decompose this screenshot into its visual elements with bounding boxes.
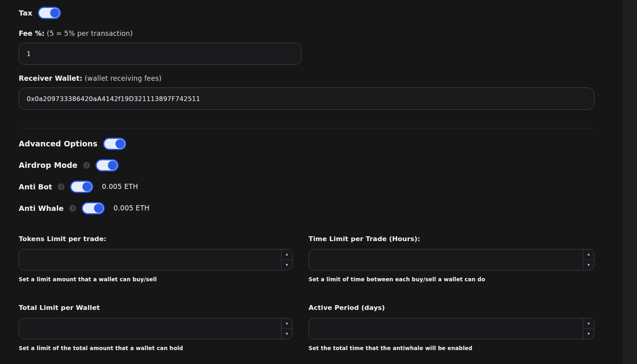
total-limit-input-wrap: ▲ ▼ xyxy=(19,318,293,339)
anti-whale-label: Anti Whale xyxy=(19,204,64,212)
tokens-limit-field: Tokens Limit per trade: ▲ ▼ Set a limit … xyxy=(19,235,293,282)
spin-down-icon[interactable]: ▼ xyxy=(281,329,292,339)
page-right-gutter xyxy=(622,0,637,364)
tokens-limit-label: Tokens Limit per trade: xyxy=(19,235,293,243)
anti-whale-info-icon[interactable]: i xyxy=(69,205,76,212)
total-limit-spinner: ▲ ▼ xyxy=(281,318,292,339)
spin-up-icon[interactable]: ▲ xyxy=(281,249,292,260)
anti-bot-amount: 0.005 ETH xyxy=(102,183,138,191)
fee-percent-input[interactable] xyxy=(19,43,301,65)
section-divider xyxy=(19,128,594,128)
tokens-limit-input[interactable] xyxy=(19,249,281,270)
active-period-input[interactable] xyxy=(309,318,583,339)
active-period-input-wrap: ▲ ▼ xyxy=(309,318,594,339)
total-limit-input[interactable] xyxy=(19,318,281,339)
time-limit-input-wrap: ▲ ▼ xyxy=(309,249,594,271)
anti-bot-row: Anti Bot i 0.005 ETH xyxy=(19,180,594,193)
time-limit-field: Time Limit per Trade (Hours): ▲ ▼ Set a … xyxy=(309,235,594,282)
receiver-wallet-input[interactable] xyxy=(19,88,594,110)
anti-whale-amount: 0.005 ETH xyxy=(113,204,150,212)
time-limit-input[interactable] xyxy=(309,249,583,270)
airdrop-mode-label: Airdrop Mode xyxy=(19,161,78,169)
receiver-wallet-label: Receiver Wallet: (wallet receiving fees) xyxy=(19,74,594,82)
receiver-wallet-label-text: Receiver Wallet: xyxy=(19,74,82,82)
active-period-field: Active Period (days) ▲ ▼ Set the total t… xyxy=(309,304,594,351)
spin-down-icon[interactable]: ▼ xyxy=(281,260,292,271)
fee-label-hint: (5 = 5% per transaction) xyxy=(47,29,133,37)
airdrop-mode-row: Airdrop Mode i xyxy=(19,159,594,171)
spin-up-icon[interactable]: ▲ xyxy=(583,318,594,329)
anti-bot-label: Anti Bot xyxy=(19,183,52,191)
total-limit-helper: Set a limit of the total amount that a w… xyxy=(19,345,293,351)
advanced-options-label: Advanced Options xyxy=(19,139,98,148)
tax-row: Tax xyxy=(19,6,594,20)
spin-down-icon[interactable]: ▼ xyxy=(583,329,594,339)
anti-whale-row: Anti Whale i 0.005 ETH xyxy=(19,202,594,214)
spin-up-icon[interactable]: ▲ xyxy=(281,318,292,329)
anti-bot-info-icon[interactable]: i xyxy=(58,183,64,190)
toggle-knob xyxy=(82,182,92,191)
toggle-knob xyxy=(94,204,103,213)
airdrop-mode-toggle[interactable] xyxy=(96,159,119,171)
advanced-options-row: Advanced Options xyxy=(19,137,594,150)
total-limit-label: Total Limit per Wallet xyxy=(19,304,293,311)
total-limit-field: Total Limit per Wallet ▲ ▼ Set a limit o… xyxy=(19,304,293,351)
tokens-limit-input-wrap: ▲ ▼ xyxy=(19,249,293,271)
spin-down-icon[interactable]: ▼ xyxy=(583,260,594,271)
advanced-options-toggle[interactable] xyxy=(103,138,126,150)
anti-bot-toggle[interactable] xyxy=(70,181,93,193)
time-limit-spinner: ▲ ▼ xyxy=(583,249,594,270)
receiver-wallet-label-hint: (wallet receiving fees) xyxy=(85,74,162,82)
anti-whale-toggle[interactable] xyxy=(82,202,105,214)
active-period-helper: Set the total time that the antiwhale wi… xyxy=(309,345,594,351)
time-limit-helper: Set a limit of time between each buy/sel… xyxy=(309,276,594,282)
fee-label: Fee %: (5 = 5% per transaction) xyxy=(19,29,594,37)
tokens-limit-spinner: ▲ ▼ xyxy=(281,249,292,270)
spin-up-icon[interactable]: ▲ xyxy=(583,249,594,260)
airdrop-mode-info-icon[interactable]: i xyxy=(83,162,90,169)
tax-label: Tax xyxy=(19,9,32,17)
time-limit-label: Time Limit per Trade (Hours): xyxy=(309,235,594,243)
toggle-knob xyxy=(115,139,125,148)
toggle-knob xyxy=(108,161,117,170)
active-period-spinner: ▲ ▼ xyxy=(583,318,594,339)
token-settings-form: Tax Fee %: (5 = 5% per transaction) Rece… xyxy=(19,0,594,351)
active-period-label: Active Period (days) xyxy=(309,304,594,311)
tax-toggle[interactable] xyxy=(38,7,61,19)
toggle-knob xyxy=(50,8,59,18)
tokens-limit-helper: Set a limit amount that a wallet can buy… xyxy=(19,276,293,282)
limits-grid: Tokens Limit per trade: ▲ ▼ Set a limit … xyxy=(19,235,594,351)
fee-label-text: Fee %: xyxy=(19,29,45,37)
